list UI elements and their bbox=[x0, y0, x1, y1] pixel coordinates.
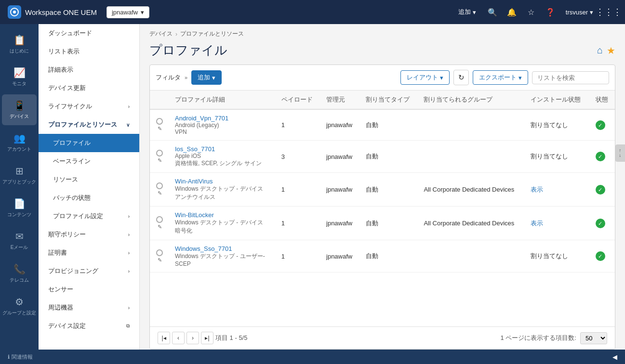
profile-sub1: Apple iOS bbox=[175, 153, 270, 159]
telecom-icon: 📞 bbox=[13, 263, 26, 275]
search-input[interactable] bbox=[532, 71, 609, 84]
add-profile-button[interactable]: 追加 ▾ bbox=[191, 70, 222, 85]
payload-cell: 3 bbox=[276, 141, 320, 173]
grid-icon: ⋮⋮⋮ bbox=[596, 7, 622, 17]
edit-icon[interactable]: ✎ bbox=[158, 224, 162, 230]
refresh-icon: ↻ bbox=[458, 73, 465, 82]
install-status-cell: 割り当てなし bbox=[525, 109, 589, 141]
sidebar-item-detail[interactable]: 詳細表示 bbox=[39, 61, 139, 79]
notifications-button[interactable]: 🔔 bbox=[503, 3, 520, 21]
row-radio[interactable] bbox=[156, 249, 163, 256]
profile-details-cell: Android_Vpn_7701 Android (Legacy) VPN bbox=[169, 109, 276, 141]
sidebar-item-device-settings[interactable]: デバイス設定 ⧉ bbox=[39, 317, 139, 335]
profile-name[interactable]: Win-AntiVirus bbox=[175, 178, 270, 185]
table-row: ✎ Windows_Sso_7701 Windows デスクトップ - ユーザー… bbox=[150, 240, 615, 273]
sidebar-item-content[interactable]: 📄 コンテンツ bbox=[2, 193, 37, 223]
row-radio[interactable] bbox=[156, 118, 163, 125]
side-info-panel[interactable]: ←→ bbox=[615, 144, 625, 162]
sidebar-item-telecom[interactable]: 📞 テレコム bbox=[2, 258, 37, 289]
add-label: 追加 bbox=[198, 73, 210, 82]
sidebar-item-profile-settings[interactable]: プロファイル設定 › bbox=[39, 207, 139, 225]
profile-name[interactable]: Ios_Sso_7701 bbox=[175, 145, 270, 153]
install-status-text: 割り当てなし bbox=[531, 121, 568, 129]
sidebar-item-batch-status[interactable]: バッチの状態 bbox=[39, 189, 139, 207]
row-radio[interactable] bbox=[156, 150, 163, 156]
assign-type-cell: 自動 bbox=[360, 240, 418, 273]
row-radio[interactable] bbox=[156, 216, 163, 223]
sidebar-item-groups[interactable]: ⚙ グループと設定 bbox=[2, 291, 37, 322]
install-status-cell: 割り当てなし bbox=[525, 240, 589, 273]
favorites-button[interactable]: ☆ bbox=[522, 3, 540, 21]
favorite-header-button[interactable]: ★ bbox=[607, 45, 615, 56]
add-button[interactable]: 追加 ▾ bbox=[452, 5, 482, 19]
show-link[interactable]: 表示 bbox=[531, 220, 543, 227]
breadcrumb-devices[interactable]: デバイス bbox=[149, 30, 173, 38]
profile-name[interactable]: Android_Vpn_7701 bbox=[175, 115, 270, 122]
filter-arrows-icon[interactable]: » bbox=[185, 75, 187, 80]
sidebar-item-home[interactable]: 📋 はじめに bbox=[2, 29, 37, 60]
sidebar-item-baseline[interactable]: ベースライン bbox=[39, 152, 139, 170]
first-page-button[interactable]: |◂ bbox=[158, 332, 170, 344]
assign-group-cell bbox=[418, 141, 525, 173]
breadcrumb-current: プロファイルとリソース bbox=[180, 30, 244, 38]
sidebar-item-compliance[interactable]: 順守ポリシー › bbox=[39, 225, 139, 244]
sidebar-item-lifecycle[interactable]: ライフサイクル › bbox=[39, 97, 139, 116]
status-badge: ✓ bbox=[596, 152, 605, 161]
sidebar-item-apps[interactable]: ⊞ アプリとブック bbox=[2, 160, 37, 191]
per-page-control: 1 ページに表示する項目数: 50 25 100 bbox=[501, 332, 607, 344]
profile-sub2: アンチウイルス bbox=[175, 193, 270, 201]
next-page-button[interactable]: › bbox=[186, 332, 199, 344]
export-button[interactable]: エクスポート ▾ bbox=[473, 70, 528, 85]
profile-details-cell: Windows_Sso_7701 Windows デスクトップ - ユーザー- … bbox=[169, 240, 276, 273]
sidebar-item-profiles-resources[interactable]: プロファイルとリソース ∨ bbox=[39, 116, 139, 134]
row-radio[interactable] bbox=[156, 182, 163, 189]
sidebar-item-dashboard[interactable]: ダッシュボード bbox=[39, 24, 139, 42]
layout-button[interactable]: レイアウト ▾ bbox=[400, 70, 450, 85]
org-selector[interactable]: jpnawafw ▾ bbox=[106, 6, 149, 18]
edit-icon[interactable]: ✎ bbox=[158, 257, 162, 263]
edit-icon[interactable]: ✎ bbox=[158, 190, 162, 196]
refresh-button[interactable]: ↻ bbox=[453, 70, 469, 85]
sidebar-item-email[interactable]: ✉ Eメール bbox=[2, 225, 37, 256]
per-page-select[interactable]: 50 25 100 bbox=[580, 332, 607, 344]
assign-group-cell bbox=[418, 240, 525, 273]
secondary-sidebar: ダッシュボード リスト表示 詳細表示 デバイス更新 ライフサイクル › プロファ… bbox=[39, 24, 140, 350]
sidebar-item-peripheral[interactable]: 周辺機器 › bbox=[39, 299, 139, 317]
related-info-item[interactable]: ℹ 関連情報 bbox=[8, 353, 33, 361]
payload-cell: 1 bbox=[276, 109, 320, 141]
sidebar-item-sensor[interactable]: センサー bbox=[39, 280, 139, 299]
grid-menu-button[interactable]: ⋮⋮⋮ bbox=[600, 3, 617, 21]
sidebar-item-label: グループと設定 bbox=[2, 310, 36, 316]
last-page-button[interactable]: ▸| bbox=[201, 332, 213, 344]
org-selector-label: jpnawafw bbox=[112, 9, 138, 16]
search-button[interactable]: 🔍 bbox=[484, 3, 501, 21]
collapse-button[interactable]: ◀ bbox=[612, 353, 617, 361]
col-profile-details: プロファイル詳細 bbox=[169, 91, 276, 109]
sidebar-item-devices[interactable]: 📱 デバイス bbox=[2, 94, 37, 125]
sidebar-item-provisioning[interactable]: プロビジョニング › bbox=[39, 262, 139, 280]
sidebar-item-profiles[interactable]: プロファイル bbox=[39, 134, 139, 152]
edit-icon[interactable]: ✎ bbox=[158, 126, 162, 132]
sidebar-item-list[interactable]: リスト表示 bbox=[39, 42, 139, 61]
install-status-cell: 表示 bbox=[525, 207, 589, 240]
user-menu-button[interactable]: trsvuser ▾ bbox=[561, 6, 598, 19]
app-logo: Workspace ONE UEM bbox=[8, 5, 97, 19]
sidebar-item-device-update[interactable]: デバイス更新 bbox=[39, 79, 139, 97]
profile-name[interactable]: Win-BitLocker bbox=[175, 211, 270, 219]
sidebar-item-cert[interactable]: 証明書 › bbox=[39, 244, 139, 262]
sidebar-item-resources[interactable]: リソース bbox=[39, 170, 139, 189]
sidebar-item-monitor[interactable]: 📈 モニタ bbox=[2, 62, 37, 92]
prev-page-button[interactable]: ‹ bbox=[172, 332, 185, 344]
profile-name[interactable]: Windows_Sso_7701 bbox=[175, 245, 270, 252]
show-link[interactable]: 表示 bbox=[531, 186, 543, 193]
install-status-cell: 割り当てなし bbox=[525, 141, 589, 173]
assign-type-cell: 自動 bbox=[360, 173, 418, 207]
help-button[interactable]: ❓ bbox=[542, 3, 559, 21]
profile-sub1: Windows デスクトップ - デバイス bbox=[175, 219, 270, 227]
profile-sub2: VPN bbox=[175, 129, 270, 135]
edit-icon[interactable]: ✎ bbox=[158, 157, 162, 164]
sidebar-item-accounts[interactable]: 👥 アカウント bbox=[2, 127, 37, 158]
pagination-bar: |◂ ‹ › ▸| 項目 1 - 5/5 1 ページに表示する項目数: 50 2… bbox=[150, 326, 615, 349]
table-container: フィルタ » 追加 ▾ レイアウト ▾ ↻ エクスポート ▾ bbox=[149, 65, 615, 350]
home-header-button[interactable]: ⌂ bbox=[597, 45, 603, 56]
